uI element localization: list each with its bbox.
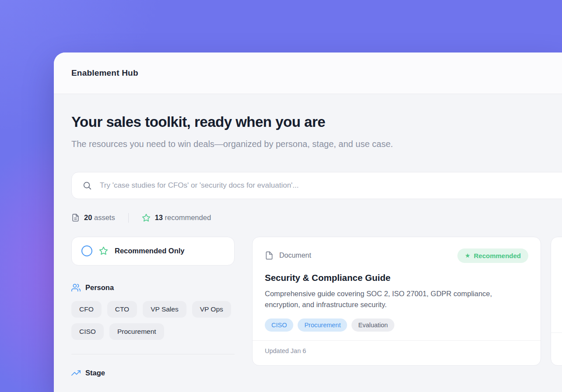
persona-section-header: Persona: [71, 283, 235, 292]
page-title: Your sales toolkit, ready when you are: [71, 113, 562, 131]
search-input[interactable]: [99, 181, 562, 190]
persona-chip-procurement[interactable]: Procurement: [109, 323, 164, 340]
stats-row: 20 assets 13 recommended: [71, 213, 562, 223]
app-title: Enablement Hub: [71, 68, 138, 78]
star-icon: [99, 246, 108, 256]
assets-label: assets: [94, 214, 115, 221]
page-subtitle: The resources you need to win deals—orga…: [71, 137, 427, 151]
persona-chips: CFO CTO VP Sales VP Ops CISO Procurement: [71, 301, 235, 340]
assets-count: 20: [84, 214, 92, 221]
sidebar-divider: [71, 354, 235, 354]
panel-header: Enablement Hub: [54, 52, 562, 94]
asset-tags: CISO Procurement Evaluation: [265, 318, 528, 332]
persona-chip-cfo[interactable]: CFO: [71, 301, 102, 318]
panel-content: Your sales toolkit, ready when you are T…: [54, 94, 562, 392]
asset-card-security-compliance[interactable]: Document ★ Recommended Security & Compli…: [252, 237, 541, 366]
recommended-badge: ★ Recommended: [457, 248, 528, 263]
search-bar[interactable]: [71, 172, 562, 199]
radio-circle-icon[interactable]: [81, 245, 92, 256]
recommended-count: 13: [155, 214, 163, 221]
trending-up-icon: [71, 368, 81, 378]
star-filled-icon: ★: [465, 252, 471, 259]
asset-type-label: Document: [279, 252, 311, 259]
asset-description: Comprehensive guide covering SOC 2, ISO …: [265, 288, 527, 311]
persona-chip-ciso[interactable]: CISO: [71, 323, 104, 340]
recommended-only-toggle[interactable]: Recommended Only: [71, 237, 235, 266]
persona-chip-cto[interactable]: CTO: [107, 301, 137, 318]
asset-title[interactable]: Security & Compliance Guide: [265, 273, 528, 283]
stage-section-header: Stage: [71, 368, 235, 378]
filters-sidebar: Recommended Only Persona CFO CTO VP Sale…: [71, 237, 235, 378]
main-panel: Enablement Hub Your sales toolkit, ready…: [54, 52, 562, 392]
asset-updated-label: Updated Jan 6: [253, 340, 541, 362]
tag-evaluation[interactable]: Evaluation: [351, 318, 394, 332]
recommended-label: recommended: [165, 214, 211, 221]
users-icon: [71, 283, 81, 292]
persona-chip-vp-ops[interactable]: VP Ops: [192, 301, 231, 318]
tag-procurement[interactable]: Procurement: [298, 318, 347, 332]
stats-divider: [128, 213, 129, 223]
persona-chip-vp-sales[interactable]: VP Sales: [143, 301, 186, 318]
recommended-only-label: Recommended Only: [115, 247, 185, 255]
search-icon: [82, 181, 92, 190]
asset-card-partial[interactable]: [551, 237, 562, 366]
file-icon: [265, 251, 274, 260]
stage-section-label: Stage: [85, 369, 105, 377]
file-text-icon: [71, 214, 80, 222]
tag-ciso[interactable]: CISO: [265, 318, 293, 332]
asset-cards-grid: Document ★ Recommended Security & Compli…: [252, 237, 562, 366]
persona-section-label: Persona: [85, 284, 114, 292]
star-icon: [142, 214, 151, 222]
recommended-badge-label: Recommended: [474, 252, 521, 259]
